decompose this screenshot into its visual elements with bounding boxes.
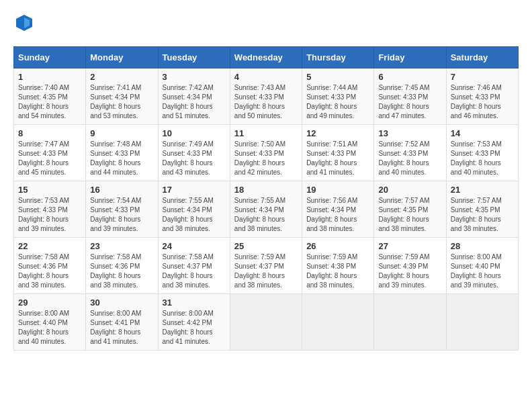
calendar-header-row: SundayMondayTuesdayWednesdayThursdayFrid… — [14, 47, 519, 68]
calendar-cell: 13 Sunrise: 7:52 AMSunset: 4:33 PMDaylig… — [374, 125, 446, 181]
calendar-cell — [446, 294, 518, 351]
calendar-cell: 7 Sunrise: 7:46 AMSunset: 4:33 PMDayligh… — [446, 68, 518, 125]
day-number: 28 — [451, 241, 514, 251]
day-info: Sunrise: 7:41 AMSunset: 4:34 PMDaylight:… — [90, 83, 153, 121]
day-number: 18 — [234, 185, 298, 195]
day-number: 20 — [378, 185, 441, 195]
day-info: Sunrise: 7:47 AMSunset: 4:33 PMDaylight:… — [18, 140, 81, 177]
day-number: 17 — [163, 185, 226, 195]
day-info: Sunrise: 7:46 AMSunset: 4:33 PMDaylight:… — [451, 83, 514, 121]
calendar-cell: 17 Sunrise: 7:55 AMSunset: 4:34 PMDaylig… — [158, 181, 230, 238]
day-info: Sunrise: 7:54 AMSunset: 4:33 PMDaylight:… — [90, 196, 153, 234]
logo — [13, 13, 34, 36]
day-number: 14 — [451, 128, 514, 138]
calendar-cell: 6 Sunrise: 7:45 AMSunset: 4:33 PMDayligh… — [374, 68, 446, 125]
calendar-week-row: 1 Sunrise: 7:40 AMSunset: 4:35 PMDayligh… — [14, 68, 519, 125]
day-info: Sunrise: 7:53 AMSunset: 4:33 PMDaylight:… — [451, 140, 514, 177]
calendar-cell: 3 Sunrise: 7:42 AMSunset: 4:34 PMDayligh… — [158, 68, 230, 125]
calendar: SundayMondayTuesdayWednesdayThursdayFrid… — [13, 46, 519, 351]
day-info: Sunrise: 7:49 AMSunset: 4:33 PMDaylight:… — [163, 140, 226, 177]
day-info: Sunrise: 7:42 AMSunset: 4:34 PMDaylight:… — [163, 83, 226, 121]
calendar-cell: 27 Sunrise: 7:59 AMSunset: 4:39 PMDaylig… — [374, 238, 446, 294]
day-info: Sunrise: 7:59 AMSunset: 4:38 PMDaylight:… — [306, 253, 369, 290]
day-number: 8 — [18, 128, 81, 138]
day-of-week-header: Wednesday — [230, 47, 302, 68]
day-number: 11 — [234, 128, 298, 138]
logo-text — [13, 13, 34, 36]
day-info: Sunrise: 7:57 AMSunset: 4:35 PMDaylight:… — [378, 196, 441, 234]
day-number: 26 — [306, 241, 369, 251]
day-of-week-header: Saturday — [446, 47, 518, 68]
day-info: Sunrise: 7:51 AMSunset: 4:33 PMDaylight:… — [306, 140, 369, 177]
calendar-cell: 14 Sunrise: 7:53 AMSunset: 4:33 PMDaylig… — [446, 125, 518, 181]
day-info: Sunrise: 7:45 AMSunset: 4:33 PMDaylight:… — [378, 83, 441, 121]
day-info: Sunrise: 7:56 AMSunset: 4:34 PMDaylight:… — [306, 196, 369, 234]
calendar-cell: 29 Sunrise: 8:00 AMSunset: 4:40 PMDaylig… — [14, 294, 86, 351]
calendar-cell: 22 Sunrise: 7:58 AMSunset: 4:36 PMDaylig… — [14, 238, 86, 294]
header — [13, 13, 519, 36]
day-number: 3 — [163, 72, 226, 82]
calendar-cell — [374, 294, 446, 351]
day-number: 24 — [163, 241, 226, 251]
calendar-cell: 5 Sunrise: 7:44 AMSunset: 4:33 PMDayligh… — [302, 68, 374, 125]
day-info: Sunrise: 8:00 AMSunset: 4:42 PMDaylight:… — [163, 309, 226, 347]
calendar-cell: 23 Sunrise: 7:58 AMSunset: 4:36 PMDaylig… — [86, 238, 158, 294]
calendar-cell: 9 Sunrise: 7:48 AMSunset: 4:33 PMDayligh… — [86, 125, 158, 181]
calendar-cell: 26 Sunrise: 7:59 AMSunset: 4:38 PMDaylig… — [302, 238, 374, 294]
day-number: 1 — [18, 72, 81, 82]
calendar-cell: 15 Sunrise: 7:53 AMSunset: 4:33 PMDaylig… — [14, 181, 86, 238]
day-info: Sunrise: 7:48 AMSunset: 4:33 PMDaylight:… — [90, 140, 153, 177]
day-number: 10 — [163, 128, 226, 138]
day-info: Sunrise: 7:59 AMSunset: 4:37 PMDaylight:… — [234, 253, 298, 290]
calendar-cell: 8 Sunrise: 7:47 AMSunset: 4:33 PMDayligh… — [14, 125, 86, 181]
day-of-week-header: Friday — [374, 47, 446, 68]
day-number: 2 — [90, 72, 153, 82]
calendar-week-row: 8 Sunrise: 7:47 AMSunset: 4:33 PMDayligh… — [14, 125, 519, 181]
day-number: 9 — [90, 128, 153, 138]
calendar-cell: 25 Sunrise: 7:59 AMSunset: 4:37 PMDaylig… — [230, 238, 302, 294]
calendar-cell — [230, 294, 302, 351]
calendar-cell: 16 Sunrise: 7:54 AMSunset: 4:33 PMDaylig… — [86, 181, 158, 238]
day-number: 23 — [90, 241, 153, 251]
day-number: 22 — [18, 241, 81, 251]
calendar-cell: 11 Sunrise: 7:50 AMSunset: 4:33 PMDaylig… — [230, 125, 302, 181]
day-number: 6 — [378, 72, 441, 82]
day-number: 29 — [18, 298, 81, 308]
day-info: Sunrise: 7:53 AMSunset: 4:33 PMDaylight:… — [18, 196, 81, 234]
day-info: Sunrise: 8:00 AMSunset: 4:40 PMDaylight:… — [451, 253, 514, 290]
day-number: 15 — [18, 185, 81, 195]
day-info: Sunrise: 7:50 AMSunset: 4:33 PMDaylight:… — [234, 140, 298, 177]
day-number: 5 — [306, 72, 369, 82]
day-number: 25 — [234, 241, 298, 251]
day-info: Sunrise: 7:58 AMSunset: 4:36 PMDaylight:… — [18, 253, 81, 290]
calendar-cell: 28 Sunrise: 8:00 AMSunset: 4:40 PMDaylig… — [446, 238, 518, 294]
calendar-cell: 2 Sunrise: 7:41 AMSunset: 4:34 PMDayligh… — [86, 68, 158, 125]
day-info: Sunrise: 7:43 AMSunset: 4:33 PMDaylight:… — [234, 83, 298, 121]
day-number: 30 — [90, 298, 153, 308]
day-info: Sunrise: 7:52 AMSunset: 4:33 PMDaylight:… — [378, 140, 441, 177]
day-info: Sunrise: 8:00 AMSunset: 4:41 PMDaylight:… — [90, 309, 153, 347]
calendar-cell — [302, 294, 374, 351]
day-info: Sunrise: 7:57 AMSunset: 4:35 PMDaylight:… — [451, 196, 514, 234]
calendar-cell: 4 Sunrise: 7:43 AMSunset: 4:33 PMDayligh… — [230, 68, 302, 125]
calendar-week-row: 15 Sunrise: 7:53 AMSunset: 4:33 PMDaylig… — [14, 181, 519, 238]
calendar-cell: 12 Sunrise: 7:51 AMSunset: 4:33 PMDaylig… — [302, 125, 374, 181]
day-number: 16 — [90, 185, 153, 195]
day-of-week-header: Sunday — [14, 47, 86, 68]
day-number: 27 — [378, 241, 441, 251]
calendar-cell: 31 Sunrise: 8:00 AMSunset: 4:42 PMDaylig… — [158, 294, 230, 351]
day-info: Sunrise: 7:40 AMSunset: 4:35 PMDaylight:… — [18, 83, 81, 121]
day-of-week-header: Monday — [86, 47, 158, 68]
calendar-cell: 10 Sunrise: 7:49 AMSunset: 4:33 PMDaylig… — [158, 125, 230, 181]
calendar-cell: 18 Sunrise: 7:55 AMSunset: 4:34 PMDaylig… — [230, 181, 302, 238]
day-number: 31 — [163, 298, 226, 308]
day-info: Sunrise: 7:59 AMSunset: 4:39 PMDaylight:… — [378, 253, 441, 290]
calendar-cell: 30 Sunrise: 8:00 AMSunset: 4:41 PMDaylig… — [86, 294, 158, 351]
calendar-cell: 19 Sunrise: 7:56 AMSunset: 4:34 PMDaylig… — [302, 181, 374, 238]
day-number: 19 — [306, 185, 369, 195]
calendar-week-row: 22 Sunrise: 7:58 AMSunset: 4:36 PMDaylig… — [14, 238, 519, 294]
day-info: Sunrise: 7:44 AMSunset: 4:33 PMDaylight:… — [306, 83, 369, 121]
day-number: 13 — [378, 128, 441, 138]
day-number: 7 — [451, 72, 514, 82]
logo-icon — [15, 13, 34, 32]
